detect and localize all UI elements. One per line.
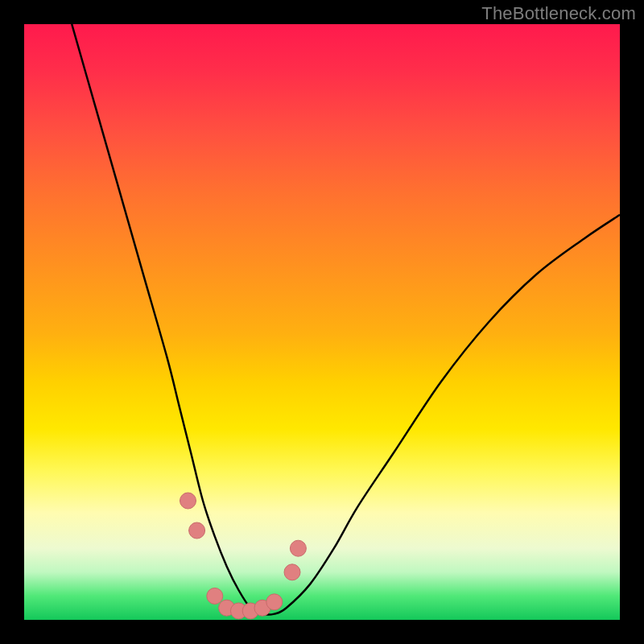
- data-marker: [284, 564, 300, 580]
- data-marker: [290, 540, 306, 556]
- data-marker: [180, 493, 196, 509]
- outer-frame: TheBottleneck.com: [0, 0, 644, 644]
- watermark-text: TheBottleneck.com: [481, 3, 636, 24]
- data-marker: [266, 594, 283, 610]
- chart-svg: [24, 24, 620, 620]
- data-marker: [189, 522, 205, 539]
- data-markers: [180, 493, 307, 619]
- data-marker: [207, 588, 223, 604]
- plot-area: [24, 24, 620, 620]
- bottleneck-curve: [72, 24, 620, 615]
